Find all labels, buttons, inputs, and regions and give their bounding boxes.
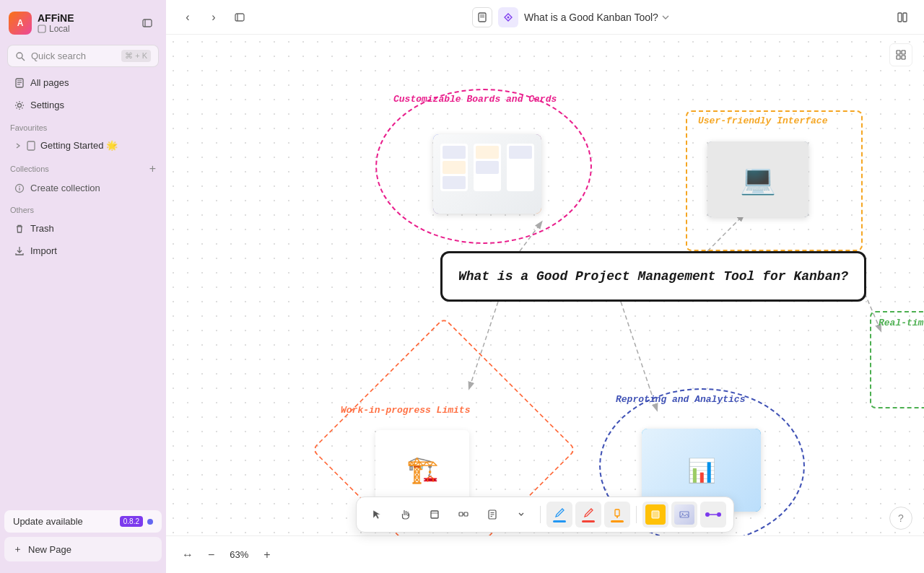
forward-button[interactable]: ›: [204, 7, 224, 27]
sidebar: A AFFiNE Local Quick search ⌘ + K All pa…: [0, 0, 166, 573]
svg-point-41: [705, 512, 710, 517]
sidebar-toggle-icon: [234, 12, 245, 23]
new-page-button[interactable]: ＋ New Page: [4, 537, 162, 561]
main-title-node[interactable]: What is a Good Project Management Tool f…: [440, 251, 866, 302]
trash-icon: [14, 224, 25, 234]
edgeless-mode-button[interactable]: [498, 7, 518, 27]
layout-icon: [897, 12, 908, 23]
all-pages-label: All pages: [30, 77, 69, 88]
toggle-sidebar-button[interactable]: [230, 7, 250, 27]
hand-tool-button[interactable]: [393, 502, 419, 528]
doc-icon: [26, 141, 36, 151]
sidebar-header: A AFFiNE Local: [0, 6, 166, 40]
status-bar: ↔ − 63% +: [166, 535, 924, 573]
more-tools-icon: [515, 509, 527, 520]
more-tools-button[interactable]: [508, 502, 534, 528]
svg-rect-0: [38, 25, 45, 32]
sidebar-item-getting-started[interactable]: Getting Started 🌟: [4, 136, 162, 155]
frame-icon: [429, 509, 440, 520]
page-title[interactable]: What is a Good Kanban Tool?: [524, 12, 670, 23]
image-tool-button[interactable]: [671, 502, 697, 528]
main-area: ‹ › What is a Good Kanban Tool?: [166, 0, 924, 573]
grid-view-button[interactable]: [889, 43, 912, 66]
svg-rect-10: [27, 141, 35, 150]
topbar: ‹ › What is a Good Kanban Tool?: [166, 0, 924, 35]
pen-red-button[interactable]: [575, 502, 601, 528]
sidebar-footer: Update available 0.8.2 ＋ New Page: [0, 504, 166, 567]
frame-tool-button[interactable]: [422, 502, 448, 528]
update-text: Update available: [13, 516, 83, 527]
main-title-text: What is a Good Project Management Tool f…: [458, 269, 848, 284]
info-icon: [14, 183, 25, 193]
layout-toggle-button[interactable]: [892, 7, 912, 27]
app-name: AFFiNE: [38, 12, 74, 24]
others-section-header: Others: [0, 198, 166, 217]
hand-icon: [400, 509, 411, 520]
svg-rect-36: [615, 509, 619, 516]
add-collection-button[interactable]: +: [149, 163, 156, 175]
collapse-sidebar-button[interactable]: [137, 13, 157, 33]
svg-point-13: [19, 185, 20, 187]
svg-rect-21: [903, 13, 907, 22]
sidebar-item-settings[interactable]: Settings: [4, 95, 162, 115]
customizable-boards-image: [433, 134, 541, 214]
update-version-badge: 0.8.2: [120, 516, 143, 527]
back-button[interactable]: ‹: [178, 7, 198, 27]
zoom-out-button[interactable]: −: [204, 546, 219, 564]
note-icon: [487, 509, 498, 520]
title-dropdown-icon: [661, 13, 670, 22]
select-icon: [371, 509, 383, 520]
svg-line-4: [22, 58, 25, 61]
connector-purple-button[interactable]: [700, 502, 726, 528]
svg-rect-44: [897, 51, 900, 54]
highlighter-icon: [611, 507, 624, 520]
quick-search-bar[interactable]: Quick search ⌘ + K: [7, 45, 159, 67]
app-workspace: Local: [38, 24, 74, 34]
search-placeholder-text: Quick search: [31, 51, 116, 61]
canvas-top-right: [889, 43, 912, 66]
svg-rect-45: [902, 51, 905, 54]
trash-label: Trash: [30, 223, 54, 234]
svg-point-43: [717, 512, 721, 517]
svg-rect-27: [431, 511, 438, 518]
toolbar-separator: [540, 506, 541, 523]
canvas[interactable]: What is a Good Project Management Tool f…: [166, 35, 924, 573]
import-label: Import: [30, 245, 57, 256]
pen-icon: [553, 507, 566, 520]
note-tool-button[interactable]: [479, 502, 505, 528]
user-friendly-label: User-friendly Interface: [698, 115, 827, 126]
doc-mode-button[interactable]: [472, 7, 492, 27]
panel-icon: [141, 17, 153, 29]
settings-icon: [14, 100, 25, 110]
app-info: A AFFiNE Local: [9, 12, 74, 35]
shape-icon: [650, 509, 661, 520]
search-shortcut: ⌘ + K: [121, 50, 151, 62]
edgeless-mode-icon: [503, 12, 513, 22]
getting-started-label: Getting Started 🌟: [40, 140, 118, 151]
sidebar-item-import[interactable]: Import: [4, 240, 162, 261]
grid-icon: [896, 50, 906, 60]
svg-point-19: [507, 16, 510, 18]
sidebar-item-all-pages[interactable]: All pages: [4, 72, 162, 93]
pen-blue-button[interactable]: [546, 502, 572, 528]
highlighter-button[interactable]: [604, 502, 630, 528]
create-collection-button[interactable]: Create collection: [4, 178, 162, 198]
zoom-level-display: 63%: [225, 549, 253, 560]
update-bar: Update available 0.8.2: [4, 510, 162, 533]
sidebar-item-trash[interactable]: Trash: [4, 218, 162, 239]
drawing-toolbar: [356, 497, 734, 533]
help-button[interactable]: ?: [889, 507, 912, 530]
doc-mode-icon: [477, 12, 487, 22]
select-tool-button[interactable]: [364, 502, 390, 528]
fit-view-button[interactable]: ↔: [178, 546, 198, 564]
connector-tool-button[interactable]: [450, 502, 476, 528]
shape-yellow-button[interactable]: [642, 502, 668, 528]
app-logo: A: [9, 12, 32, 35]
svg-rect-20: [898, 13, 902, 22]
chevron-right-icon: [14, 142, 22, 149]
svg-rect-47: [902, 56, 905, 59]
svg-rect-1: [143, 19, 152, 27]
svg-rect-38: [652, 511, 659, 518]
import-icon: [14, 246, 25, 256]
zoom-in-button[interactable]: +: [259, 546, 274, 564]
